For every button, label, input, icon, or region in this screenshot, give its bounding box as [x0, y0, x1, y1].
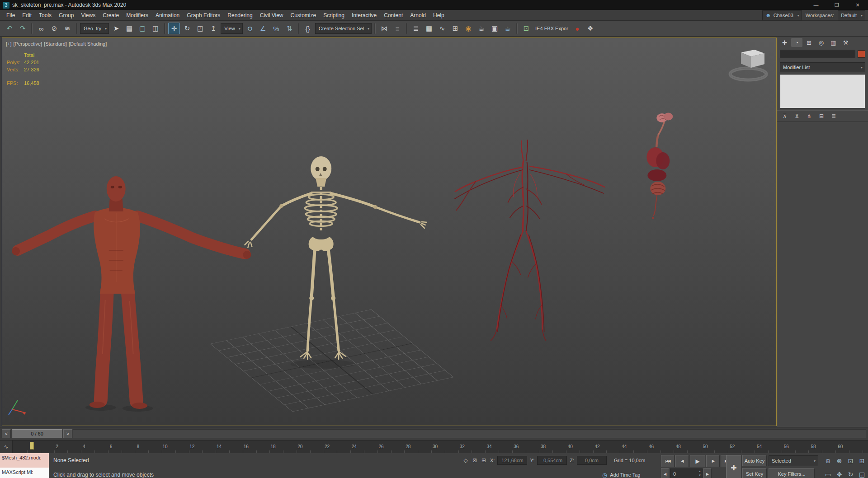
rendered-frame-icon[interactable]: ▣ — [489, 23, 500, 34]
x-coordinate-field[interactable]: 121,68cm — [497, 456, 527, 465]
tab-modify[interactable]: ◔ — [791, 38, 802, 47]
selection-lock-icon[interactable]: ⊠ — [471, 457, 478, 464]
remove-modifier-button[interactable]: ⊟ — [817, 112, 826, 120]
pin-stack-button[interactable]: ⊼ — [781, 112, 789, 120]
select-placement-icon[interactable]: ↥ — [208, 23, 219, 34]
material-editor-icon[interactable]: ◉ — [462, 23, 474, 34]
selection-region-icon[interactable]: ▢ — [137, 23, 148, 34]
z-coordinate-field[interactable]: 0,0cm — [577, 456, 607, 465]
next-frame-button[interactable]: |▶ — [706, 455, 720, 467]
key-filters-button[interactable]: Key Filters... — [769, 468, 815, 478]
user-account-dropdown[interactable]: ☻ Chase03 — [762, 10, 802, 20]
substance-plugin-icon[interactable]: ● — [571, 23, 583, 34]
select-move-icon[interactable]: ✛ — [168, 23, 180, 34]
create-selection-set-dropdown[interactable]: Create Selection Sel — [315, 23, 372, 34]
tab-hierarchy[interactable]: ⊞ — [803, 38, 815, 47]
percent-snap-icon[interactable]: % — [270, 23, 282, 34]
bind-spacewarp-icon[interactable]: ≋ — [61, 23, 73, 34]
angle-snap-icon[interactable]: ∠ — [257, 23, 269, 34]
select-scale-icon[interactable]: ◰ — [194, 23, 206, 34]
go-to-start-button[interactable]: |◀◀ — [661, 455, 675, 467]
redo-icon[interactable]: ↷ — [17, 23, 28, 34]
close-button[interactable]: ✕ — [847, 0, 868, 10]
menu-item[interactable]: File — [3, 11, 19, 19]
spinner-snap-icon[interactable]: ⇅ — [283, 23, 295, 34]
frame-forward-button[interactable]: ▶ — [703, 468, 712, 478]
viewport-shading-menu[interactable]: [Default Shading] — [69, 41, 107, 47]
tab-display[interactable]: ▥ — [828, 38, 839, 47]
play-button[interactable]: ▶ — [690, 455, 705, 467]
show-end-result-button[interactable]: ⊻ — [793, 112, 801, 120]
menu-item[interactable]: Animation — [152, 11, 183, 19]
time-slider-next-button[interactable]: > — [63, 429, 72, 438]
selection-filter-dropdown[interactable]: Geo..try — [80, 23, 109, 34]
menu-item[interactable]: Scripting — [320, 11, 348, 19]
menu-item[interactable]: Group — [55, 11, 77, 19]
plugin-misc-icon[interactable]: ❖ — [585, 23, 596, 34]
undo-icon[interactable]: ↶ — [4, 23, 15, 34]
menu-item[interactable]: Views — [77, 11, 99, 19]
set-keys-button[interactable]: ✚ — [726, 455, 741, 478]
menu-item[interactable]: Help — [429, 11, 448, 19]
menu-item[interactable]: Content — [380, 11, 406, 19]
named-selection-sets-icon[interactable]: {} — [302, 23, 314, 34]
viewcube[interactable] — [730, 50, 766, 80]
select-link-icon[interactable]: ∞ — [35, 23, 47, 34]
zoom-extents-all-icon[interactable]: ⊞ — [857, 455, 867, 467]
set-key-button[interactable]: Set Key — [742, 468, 767, 478]
snap-toggle-icon[interactable]: Ω — [244, 23, 256, 34]
minimize-button[interactable]: — — [806, 0, 826, 10]
menu-item[interactable]: Customize — [287, 11, 320, 19]
track-bar[interactable]: ∿ 24681012141618202224262830323436384042… — [0, 440, 868, 453]
select-by-name-icon[interactable]: ▤ — [123, 23, 135, 34]
menu-item[interactable]: Graph Editors — [183, 11, 224, 19]
time-slider-handle[interactable]: 0 / 60 — [12, 429, 62, 438]
viewport-pov-menu[interactable]: [Perspective] — [14, 41, 42, 47]
pan-icon[interactable]: ✥ — [834, 468, 844, 478]
render-production-icon[interactable]: ☕ — [502, 23, 514, 34]
curve-editor-icon[interactable]: ∿ — [436, 23, 448, 34]
schematic-view-icon[interactable]: ⊞ — [449, 23, 461, 34]
layer-manager-icon[interactable]: ≣ — [410, 23, 422, 34]
time-slider-prev-button[interactable]: < — [2, 429, 11, 438]
viewport-style-menu[interactable]: [Standard] — [44, 41, 67, 47]
menu-item[interactable]: Tools — [35, 11, 55, 19]
orbit-icon[interactable]: ↻ — [845, 468, 856, 478]
object-name-field[interactable] — [780, 50, 855, 58]
maximize-viewport-icon[interactable]: ◱ — [857, 468, 867, 478]
isolate-selection-icon[interactable]: ◇ — [462, 457, 469, 464]
unlink-selection-icon[interactable]: ⊘ — [48, 23, 60, 34]
mirror-icon[interactable]: ⋈ — [378, 23, 390, 34]
tab-utilities[interactable]: ⚒ — [840, 38, 851, 47]
y-coordinate-field[interactable]: -0,554cm — [537, 456, 567, 465]
tab-motion[interactable]: ◎ — [816, 38, 827, 47]
maximize-button[interactable]: ❐ — [826, 0, 847, 10]
tab-create[interactable]: ✚ — [779, 38, 790, 47]
listener-line[interactable]: MAXScript Mi: — [0, 468, 49, 478]
model-muscular-figure[interactable] — [12, 176, 251, 409]
relative-absolute-icon[interactable]: ⊞ — [480, 457, 487, 464]
menu-item[interactable]: Arnold — [406, 11, 429, 19]
window-crossing-icon[interactable]: ◫ — [150, 23, 161, 34]
modifier-stack[interactable] — [780, 74, 865, 108]
menu-item[interactable]: Edit — [19, 11, 35, 19]
macro-recorder-line[interactable]: $Mesh_482.modi: — [0, 453, 49, 468]
viewport-scene[interactable] — [2, 38, 776, 426]
time-slider-track[interactable] — [73, 429, 866, 438]
menu-item[interactable]: Modifiers — [123, 11, 152, 19]
add-time-tag[interactable]: ◷ Add Time Tag — [602, 468, 640, 478]
align-icon[interactable]: ≡ — [392, 23, 403, 34]
zoom-all-icon[interactable]: ⊛ — [834, 455, 844, 467]
zoom-region-icon[interactable]: ▭ — [823, 468, 833, 478]
modifier-list-dropdown[interactable]: Modifier List — [780, 62, 865, 72]
auto-key-button[interactable]: Auto Key — [742, 455, 767, 466]
time-slider[interactable]: < 0 / 60 > — [0, 427, 868, 440]
model-organs[interactable] — [646, 113, 673, 219]
menu-item[interactable]: Create — [99, 11, 123, 19]
zoom-extents-icon[interactable]: ⊡ — [845, 455, 856, 467]
select-object-icon[interactable]: ➤ — [110, 23, 122, 34]
workspace-dropdown[interactable]: Default — [838, 10, 865, 20]
mini-curve-editor-button[interactable]: ∿ — [0, 441, 13, 453]
frame-back-button[interactable]: ◀ — [661, 468, 669, 478]
reference-coordinate-dropdown[interactable]: View — [221, 23, 243, 34]
